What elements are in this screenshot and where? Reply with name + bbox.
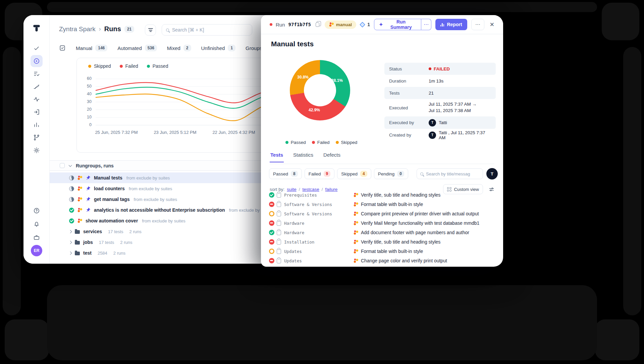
- clipboard-icon: [277, 240, 281, 245]
- steps-icon[interactable]: [31, 81, 43, 93]
- tab-count-badge: 1: [228, 45, 235, 51]
- search-input[interactable]: [172, 27, 248, 33]
- test-row[interactable]: Hardware Add document footer with page n…: [261, 228, 503, 237]
- failed-dot-icon: [429, 67, 431, 70]
- info-row-duration: Duration 1m 13s: [384, 75, 496, 87]
- background-decoration: [5, 319, 49, 360]
- filter-skipped[interactable]: Skipped4: [337, 168, 371, 179]
- app-logo-icon[interactable]: [32, 24, 41, 33]
- juggler-emoji-icon: [354, 202, 358, 207]
- sidebar: ER: [23, 15, 50, 264]
- select-all-checkbox[interactable]: [60, 163, 65, 168]
- juggler-emoji-icon: [77, 208, 82, 212]
- skipped-status-icon: [269, 211, 274, 216]
- test-row[interactable]: Updates Format table with built-in style: [261, 247, 503, 256]
- activity-pulse-icon[interactable]: [31, 93, 43, 105]
- clipboard-icon: [277, 193, 281, 198]
- tab-mixed[interactable]: Mixed2: [167, 45, 191, 51]
- user-avatar[interactable]: T: [486, 168, 498, 179]
- background-decoration: [3, 47, 21, 315]
- test-row[interactable]: Software & Versions Compare print previe…: [261, 209, 503, 218]
- branch-icon[interactable]: [31, 132, 43, 144]
- juggler-emoji-icon: [354, 249, 358, 254]
- passed-dot-icon: [285, 141, 288, 144]
- flaky-counter[interactable]: 1: [360, 22, 370, 28]
- legend-skipped[interactable]: Skipped: [88, 63, 111, 69]
- close-icon[interactable]: ✕: [490, 21, 494, 28]
- filter-failed[interactable]: Failed9: [305, 168, 334, 179]
- tab-unfinished[interactable]: Unfinished1: [201, 45, 236, 51]
- donut-failed-pct: 42.9%: [309, 108, 320, 112]
- test-list-icon[interactable]: [31, 68, 43, 80]
- test-row[interactable]: Software & Versions Format table with bu…: [261, 200, 503, 209]
- skipped-status-icon: [269, 249, 274, 254]
- import-icon[interactable]: [31, 106, 43, 118]
- tab-automated[interactable]: Automated536: [117, 45, 157, 51]
- notifications-bell-icon[interactable]: [31, 218, 43, 230]
- tab-statistics[interactable]: Statistics: [292, 151, 314, 162]
- pin-icon[interactable]: [85, 196, 92, 203]
- filter-lines-icon: [148, 28, 153, 33]
- more-options-button[interactable]: ⋯: [471, 19, 484, 30]
- donut-passed-pct: 38.1%: [331, 78, 343, 83]
- failed-status-icon: [269, 239, 274, 245]
- settings-gear-icon[interactable]: [31, 144, 43, 156]
- tab-manual[interactable]: Manual146: [76, 45, 107, 51]
- projects-briefcase-icon[interactable]: [31, 231, 43, 244]
- chevron-right-icon[interactable]: [69, 230, 72, 233]
- tests-search-input[interactable]: [426, 171, 479, 176]
- tab-defects[interactable]: Defects: [323, 151, 341, 162]
- legend-passed[interactable]: Passed: [147, 63, 168, 69]
- test-row[interactable]: Prerequisites Verify title, sub title an…: [261, 190, 503, 200]
- runs-play-icon[interactable]: [31, 55, 43, 67]
- donut-legend-failed[interactable]: Failed: [312, 140, 330, 145]
- in-progress-icon: [69, 186, 74, 191]
- runs-overview-icon[interactable]: [59, 45, 66, 51]
- pin-icon[interactable]: [85, 185, 92, 192]
- juggler-emoji-icon: [329, 22, 334, 27]
- pin-icon[interactable]: [85, 206, 92, 213]
- background-decoration: [602, 3, 639, 40]
- breadcrumb-separator: ›: [99, 25, 101, 33]
- copy-icon[interactable]: [316, 22, 319, 27]
- breadcrumb: Zyntra Spark › Runs 21: [59, 25, 134, 33]
- x-tick: 25 Jun, 2025 7:32 PM: [88, 130, 145, 135]
- list-header-label: Rungroups, runs: [76, 163, 114, 168]
- y-tick: 60: [82, 76, 92, 82]
- global-search[interactable]: [162, 24, 252, 36]
- filter-button[interactable]: [145, 24, 156, 36]
- in-progress-icon: [69, 197, 74, 202]
- report-button[interactable]: Report: [435, 19, 467, 30]
- donut-legend-passed[interactable]: Passed: [285, 140, 306, 145]
- summary-more-button[interactable]: ⋯: [421, 19, 431, 30]
- chevron-right-icon[interactable]: [69, 241, 72, 244]
- test-row[interactable]: Hardware Verify Mail Merge functionality…: [261, 218, 503, 228]
- juggler-emoji-icon: [77, 218, 82, 223]
- tasks-check-icon[interactable]: [31, 42, 43, 54]
- test-row[interactable]: Installation Verify title, sub title and…: [261, 237, 503, 247]
- user-avatar[interactable]: ER: [31, 245, 42, 256]
- test-row[interactable]: Updates Change page color and verify pri…: [261, 256, 503, 265]
- y-tick: 20: [82, 107, 92, 112]
- analytics-bars-icon[interactable]: [31, 119, 43, 131]
- chevron-down-icon[interactable]: [69, 163, 72, 167]
- donut-legend-skipped[interactable]: Skipped: [336, 140, 358, 145]
- chevron-right-icon[interactable]: [69, 251, 72, 255]
- tab-tests[interactable]: Tests: [270, 151, 284, 162]
- tests-search[interactable]: [417, 168, 483, 179]
- help-icon[interactable]: [31, 205, 43, 217]
- pin-icon[interactable]: [85, 174, 92, 181]
- filter-passed[interactable]: Passed8: [269, 168, 302, 179]
- donut-chart: 30.8% 38.1% 42.9%: [290, 60, 350, 120]
- sidebar-nav: [31, 42, 43, 156]
- tab-count-badge: 146: [95, 45, 107, 51]
- status-badge: FAILED: [429, 66, 450, 71]
- failed-dot-icon: [120, 65, 123, 68]
- filter-pending[interactable]: Pending0: [374, 168, 408, 179]
- background-decoration: [595, 319, 639, 360]
- legend-failed[interactable]: Failed: [120, 63, 138, 69]
- manual-type-badge[interactable]: manual: [325, 20, 356, 29]
- run-summary-button[interactable]: ✦ Run Summary: [374, 19, 422, 30]
- folder-icon: [75, 230, 80, 234]
- project-name[interactable]: Zyntra Spark: [59, 25, 96, 33]
